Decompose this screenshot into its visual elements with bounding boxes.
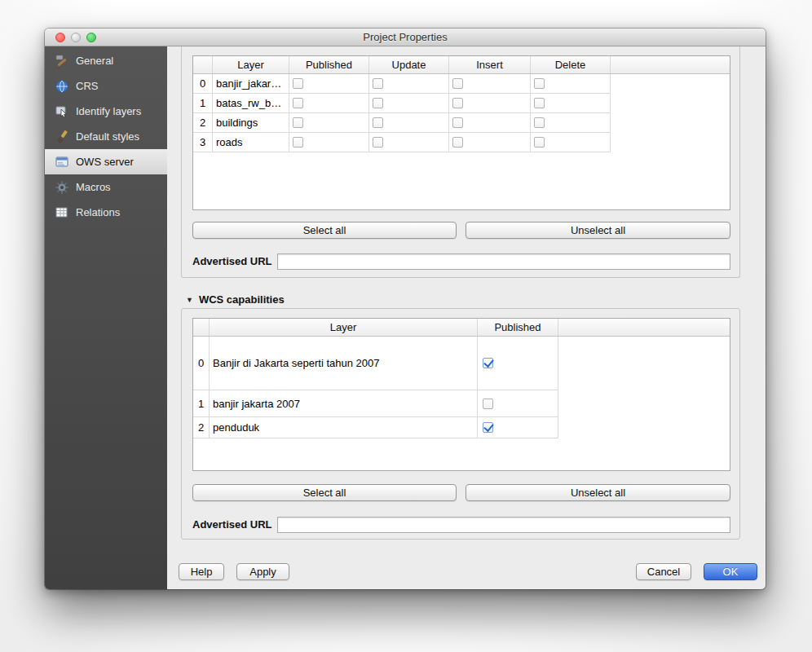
col-header-delete: Delete <box>531 56 611 73</box>
cancel-button[interactable]: Cancel <box>636 563 691 580</box>
sidebar-item-crs[interactable]: CRS <box>45 73 167 99</box>
layer-name-cell[interactable]: batas_rw_b… <box>213 94 289 113</box>
wcs-advertised-url-label: Advertised URL <box>192 517 272 533</box>
col-header-update: Update <box>369 56 449 73</box>
wcs-table: Layer Published 0 Banjir di Jakarta sepe… <box>192 318 730 471</box>
insert-checkbox[interactable] <box>452 137 463 148</box>
delete-checkbox[interactable] <box>534 117 545 128</box>
row-index: 2 <box>193 417 210 438</box>
layer-name-cell[interactable]: penduduk <box>210 417 478 438</box>
ows-server-page: Layer Published Update Insert Delete 0 b… <box>167 46 766 589</box>
wfs-advertised-url-label: Advertised URL <box>192 253 272 270</box>
delete-checkbox[interactable] <box>534 137 545 148</box>
row-index: 3 <box>193 133 213 152</box>
sidebar-item-label: Relations <box>76 206 120 218</box>
wcs-capabilities-label: WCS capabilities <box>199 293 285 306</box>
layer-name-cell[interactable]: buildings <box>213 113 289 133</box>
wfs-advertised-url-input[interactable] <box>277 253 730 270</box>
window-controls <box>55 33 96 42</box>
sidebar-item-label: General <box>76 55 113 67</box>
sidebar-item-label: CRS <box>76 80 98 92</box>
table-row[interactable]: 2 penduduk <box>193 417 730 438</box>
delete-checkbox[interactable] <box>534 78 545 89</box>
wfs-table-header: Layer Published Update Insert Delete <box>193 56 730 74</box>
layer-name-cell[interactable]: banjir_jakar… <box>213 74 289 94</box>
row-index: 1 <box>193 94 213 113</box>
insert-checkbox[interactable] <box>452 117 463 128</box>
update-checkbox[interactable] <box>373 137 383 148</box>
table-row[interactable]: 0 banjir_jakar… <box>193 74 730 94</box>
wfs-table: Layer Published Update Insert Delete 0 b… <box>192 55 730 210</box>
wfs-unselect-all-button[interactable]: Unselect all <box>466 222 730 239</box>
sidebar-item-general[interactable]: General <box>45 48 167 73</box>
layer-name-cell[interactable]: roads <box>213 133 289 152</box>
published-checkbox[interactable] <box>293 137 303 148</box>
gear-icon <box>55 180 69 195</box>
layer-name-cell[interactable]: Banjir di Jakarta seperti tahun 2007 <box>210 337 478 390</box>
delete-checkbox[interactable] <box>534 98 545 108</box>
collapse-triangle-icon[interactable]: ▼ <box>186 296 193 304</box>
table-row[interactable]: 1 batas_rw_b… <box>193 94 730 113</box>
sidebar: General CRS Identify layers Default styl… <box>45 46 167 589</box>
wrench-icon <box>55 54 69 68</box>
relations-table-icon <box>55 205 69 220</box>
published-checkbox[interactable] <box>293 117 303 128</box>
col-header-layer: Layer <box>213 56 289 73</box>
project-properties-window: Project Properties General CRS Identify … <box>45 29 766 589</box>
insert-checkbox[interactable] <box>452 98 463 108</box>
wfs-select-all-button[interactable]: Select all <box>192 222 457 239</box>
col-header-published: Published <box>478 319 558 336</box>
row-index: 0 <box>193 74 213 94</box>
wcs-table-header: Layer Published <box>193 319 730 337</box>
sidebar-item-relations[interactable]: Relations <box>45 200 167 225</box>
sidebar-item-label: OWS server <box>76 156 134 168</box>
globe-icon <box>55 79 69 94</box>
sidebar-item-identify-layers[interactable]: Identify layers <box>45 99 167 124</box>
row-index: 2 <box>193 113 213 133</box>
update-checkbox[interactable] <box>373 98 383 108</box>
published-checkbox[interactable] <box>483 422 493 433</box>
sidebar-item-label: Macros <box>76 181 111 193</box>
wcs-select-all-button[interactable]: Select all <box>192 484 457 501</box>
col-header-insert: Insert <box>449 56 531 73</box>
row-index: 1 <box>193 390 210 417</box>
titlebar: Project Properties <box>45 29 766 46</box>
identify-cursor-icon <box>55 104 69 119</box>
table-row[interactable]: 3 roads <box>193 133 730 152</box>
wcs-unselect-all-button[interactable]: Unselect all <box>466 484 730 501</box>
apply-button[interactable]: Apply <box>236 563 289 580</box>
sidebar-item-label: Default styles <box>76 130 139 143</box>
ok-button[interactable]: OK <box>704 563 757 580</box>
update-checkbox[interactable] <box>373 78 383 89</box>
window-title: Project Properties <box>45 29 766 46</box>
wcs-advertised-url-input[interactable] <box>277 517 730 533</box>
paintbrush-icon <box>55 130 69 144</box>
col-header-published: Published <box>289 56 369 73</box>
published-checkbox[interactable] <box>293 78 303 89</box>
insert-checkbox[interactable] <box>452 78 463 89</box>
table-row[interactable]: 1 banjir jakarta 2007 <box>193 390 730 417</box>
zoom-button[interactable] <box>86 33 96 42</box>
update-checkbox[interactable] <box>373 117 383 128</box>
sidebar-item-default-styles[interactable]: Default styles <box>45 124 167 149</box>
table-row[interactable]: 2 buildings <box>193 113 730 133</box>
minimize-button[interactable] <box>71 33 81 42</box>
published-checkbox[interactable] <box>293 98 303 108</box>
wcs-capabilities-title: ▼ WCS capabilities <box>186 293 285 306</box>
table-row[interactable]: 0 Banjir di Jakarta seperti tahun 2007 <box>193 337 730 390</box>
help-button[interactable]: Help <box>179 563 224 580</box>
col-header-layer: Layer <box>210 319 478 336</box>
published-checkbox[interactable] <box>483 399 493 409</box>
sidebar-item-label: Identify layers <box>76 105 141 117</box>
layer-name-cell[interactable]: banjir jakarta 2007 <box>210 390 478 417</box>
server-window-icon <box>55 155 69 170</box>
close-button[interactable] <box>55 33 65 42</box>
sidebar-item-macros[interactable]: Macros <box>45 174 167 200</box>
row-index: 0 <box>193 337 210 390</box>
published-checkbox[interactable] <box>483 358 493 368</box>
sidebar-item-ows-server[interactable]: OWS server <box>45 149 167 174</box>
